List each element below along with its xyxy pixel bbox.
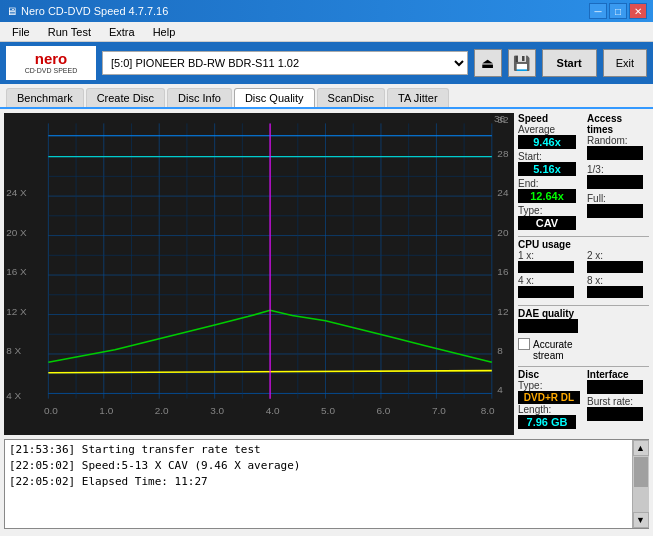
tab-disc-quality[interactable]: Disc Quality [234,88,315,107]
log-entry-2: [22:05:02] Elapsed Time: 11:27 [9,474,628,490]
divider-3 [518,366,649,367]
burst-label: Burst rate: [587,396,649,407]
disc-title: Disc [518,369,583,380]
svg-text:28: 28 [497,148,508,159]
scroll-down-button[interactable]: ▼ [633,512,649,528]
menu-bar: File Run Test Extra Help [0,22,653,42]
burst-value [587,407,643,421]
one-third-value [587,175,643,189]
scroll-thumb[interactable] [634,457,648,487]
dae-section: DAE quality Accurate stream [518,308,649,361]
svg-text:8 X: 8 X [6,345,22,356]
svg-text:5.0: 5.0 [321,406,335,417]
title-icon: 🖥 [6,5,17,17]
cpu-2x-label: 2 x: [587,250,649,261]
accurate-stream-checkbox[interactable] [518,338,530,350]
end-label: End: [518,178,539,189]
svg-text:4: 4 [497,385,503,396]
end-value: 12.64x [518,189,576,203]
main-content: 4 X 8 X 12 X 16 X 20 X 24 X 4 8 12 16 20… [0,109,653,439]
svg-text:0.0: 0.0 [44,406,58,417]
title-bar-controls[interactable]: ─ □ ✕ [589,3,647,19]
random-label: Random: [587,135,649,146]
start-label: Start: [518,151,542,162]
tab-create-disc[interactable]: Create Disc [86,88,165,107]
log-entry-1: [22:05:02] Speed:5-13 X CAV (9.46 X aver… [9,458,628,474]
menu-run-test[interactable]: Run Test [40,24,99,40]
svg-text:6.0: 6.0 [377,406,391,417]
title-text: Nero CD-DVD Speed 4.7.7.16 [21,5,168,17]
tabs: Benchmark Create Disc Disc Info Disc Qua… [0,84,653,109]
accurate-label: Accurate [533,339,572,350]
cpu-1x-value [518,261,574,273]
average-value: 9.46x [518,135,576,149]
close-button[interactable]: ✕ [629,3,647,19]
cpu-8x-label: 8 x: [587,275,649,286]
svg-text:3.0: 3.0 [210,406,224,417]
svg-text:24 X: 24 X [6,187,27,198]
right-panel: Speed Average 9.46x Start: 5.16x End: 12… [518,109,653,439]
interface-title: Interface [587,369,649,380]
average-label: Average [518,124,583,135]
tab-scan-disc[interactable]: ScanDisc [317,88,385,107]
dae-title: DAE quality [518,308,649,319]
start-button[interactable]: Start [542,49,597,77]
svg-rect-0 [4,113,514,435]
full-value [587,204,643,218]
speed-title: Speed [518,113,583,124]
disc-type-label: Type: [518,380,583,391]
chart-area: 4 X 8 X 12 X 16 X 20 X 24 X 4 8 12 16 20… [4,113,514,435]
menu-help[interactable]: Help [145,24,184,40]
interface-value [587,380,643,394]
one-third-label: 1/3: [587,164,604,175]
cpu-2x-value [587,261,643,273]
nero-logo: nero CD·DVD SPEED [6,46,96,80]
length-label: Length: [518,404,583,415]
menu-extra[interactable]: Extra [101,24,143,40]
disc-interface-section: Disc Type: DVD+R DL Length: 7.96 GB Inte… [518,369,649,429]
speed-section: Speed Average 9.46x Start: 5.16x End: 12… [518,113,583,230]
save-button[interactable]: 💾 [508,49,536,77]
log-area: [21:53:36] Starting transfer rate test [… [4,439,649,529]
svg-text:8.0: 8.0 [481,406,495,417]
svg-text:24: 24 [497,187,509,198]
divider-2 [518,305,649,306]
scroll-track [633,456,649,512]
menu-file[interactable]: File [4,24,38,40]
tab-ta-jitter[interactable]: TA Jitter [387,88,449,107]
disc-section: Disc Type: DVD+R DL Length: 7.96 GB [518,369,583,429]
drive-select[interactable]: [5:0] PIONEER BD-RW BDR-S11 1.02 [102,51,468,75]
type-value: CAV [518,216,576,230]
eject-button[interactable]: ⏏ [474,49,502,77]
divider-1 [518,236,649,237]
svg-text:36: 36 [494,114,505,125]
cpu-4x-value [518,286,574,298]
svg-text:16 X: 16 X [6,266,27,277]
toolbar: nero CD·DVD SPEED [5:0] PIONEER BD-RW BD… [0,42,653,84]
svg-text:7.0: 7.0 [432,406,446,417]
title-bar: 🖥 Nero CD-DVD Speed 4.7.7.16 ─ □ ✕ [0,0,653,22]
svg-text:20 X: 20 X [6,227,27,238]
maximize-button[interactable]: □ [609,3,627,19]
tab-benchmark[interactable]: Benchmark [6,88,84,107]
svg-text:1.0: 1.0 [99,406,113,417]
exit-button[interactable]: Exit [603,49,647,77]
access-title: Access times [587,113,649,135]
access-section: Access times Random: 1/3: Full: [587,113,649,230]
stream-label: stream [533,350,564,361]
full-label: Full: [587,193,606,204]
log-content: [21:53:36] Starting transfer rate test [… [5,440,632,528]
random-value [587,146,643,160]
log-scrollbar[interactable]: ▲ ▼ [632,440,648,528]
type-label: Type: [518,205,542,216]
minimize-button[interactable]: ─ [589,3,607,19]
scroll-up-button[interactable]: ▲ [633,440,649,456]
cpu-1x-label: 1 x: [518,250,583,261]
dae-value [518,319,578,333]
start-value: 5.16x [518,162,576,176]
length-value: 7.96 GB [518,415,576,429]
tab-disc-info[interactable]: Disc Info [167,88,232,107]
svg-text:12: 12 [497,306,508,317]
svg-text:4 X: 4 X [6,390,22,401]
interface-section: Interface Burst rate: [587,369,649,429]
